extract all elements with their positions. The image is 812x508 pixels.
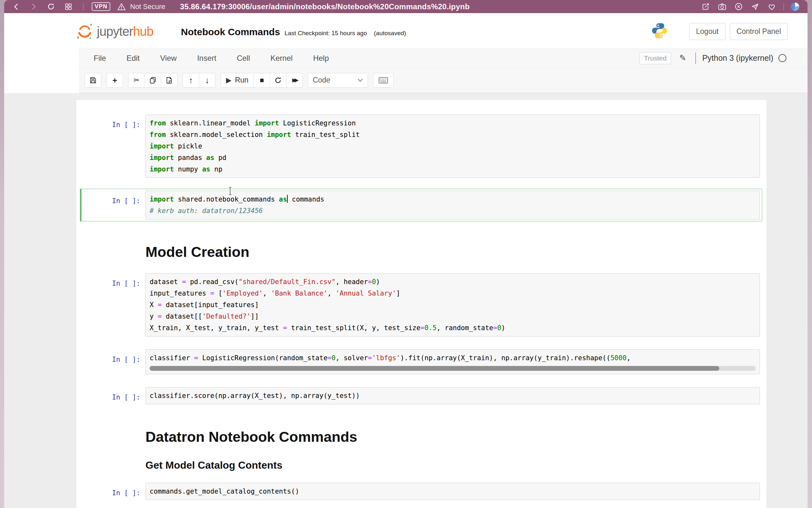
arrow-down-icon: ↓ [205, 76, 209, 84]
menu-items: FileEditViewInsertCellKernelHelp [79, 54, 329, 63]
menu-help[interactable]: Help [313, 54, 329, 63]
kernel-divider [695, 52, 696, 64]
restart-run-all-button[interactable]: ▶▶ [286, 73, 303, 88]
code-input[interactable]: import shared.notebook_commands as comma… [145, 190, 760, 219]
kernel-name[interactable]: Python 3 (ipykernel) [702, 53, 773, 63]
cell-type-select[interactable]: Code [308, 73, 368, 88]
left-margin [4, 49, 79, 93]
autosave-status: (autosaved) [374, 30, 406, 37]
close-circle-icon[interactable] [735, 3, 743, 10]
trusted-badge[interactable]: Trusted [639, 52, 671, 64]
tab-grid-icon[interactable] [64, 3, 72, 10]
browser-window: VPN Not Secure 35.86.64.179:30006/user/a… [4, 0, 808, 508]
restart-kernel-button[interactable] [270, 73, 286, 88]
logout-button[interactable]: Logout [689, 23, 725, 40]
menu-insert[interactable]: Insert [197, 54, 217, 63]
menu-edit[interactable]: Edit [127, 54, 140, 63]
run-button[interactable]: ▶Run [221, 73, 254, 88]
warning-icon [117, 3, 126, 10]
menu-file[interactable]: File [94, 54, 106, 63]
notebook-header: jupyterhub Notebook Commands Last Checkp… [4, 13, 808, 49]
share-icon[interactable] [702, 3, 710, 10]
paste-icon [165, 77, 173, 84]
run-label: Run [235, 76, 248, 84]
text-cursor-pointer [228, 186, 232, 196]
code-cell[interactable]: In [ ]:commands.get_model_catalog_conten… [80, 481, 762, 502]
copy-button[interactable] [144, 73, 161, 88]
profile-avatar[interactable] [791, 3, 799, 11]
floppy-icon [89, 77, 97, 84]
stop-icon: ■ [259, 77, 264, 84]
notebook-body: In [ ]:from sklearn.linear_model import … [4, 93, 808, 508]
chrome-divider-right [783, 3, 784, 10]
play-icon: ▶ [226, 77, 232, 84]
cut-button[interactable]: ✂ [128, 73, 145, 88]
jupyterhub-logo[interactable]: jupyterhub [76, 23, 153, 40]
camera-icon[interactable] [718, 3, 726, 10]
notebook-title[interactable]: Notebook Commands [181, 27, 280, 37]
horizontal-scrollbar[interactable] [150, 366, 756, 371]
code-cell-selected[interactable]: In [ ]:import shared.notebook_commands a… [80, 189, 762, 221]
scrollbar-thumb[interactable] [150, 366, 719, 371]
code-cell[interactable]: In [ ]:classifier = LogisticRegression(r… [80, 347, 762, 376]
control-panel-button[interactable]: Control Panel [730, 23, 788, 40]
menu-view[interactable]: View [160, 54, 177, 63]
heart-icon[interactable] [768, 3, 776, 10]
code-input[interactable]: classifier = LogisticRegression(random_s… [145, 349, 760, 374]
code-input[interactable]: commands.get_model_catalog_contents() [145, 483, 760, 500]
cell-prompt: In [ ]: [82, 483, 145, 500]
vpn-badge[interactable]: VPN [92, 2, 110, 11]
arrow-up-icon: ↑ [189, 76, 193, 84]
security-label[interactable]: Not Secure [130, 3, 165, 11]
plus-icon: + [112, 76, 117, 84]
move-cell-down-button[interactable]: ↓ [199, 73, 216, 88]
keyboard-icon [379, 77, 388, 84]
cell-prompt: In [ ]: [82, 349, 145, 374]
restart-icon [274, 77, 282, 84]
checkpoint-status: Last Checkpoint: 15 hours ago [285, 30, 367, 37]
forward-icon[interactable] [30, 3, 37, 10]
cell-prompt: In [ ]: [82, 273, 145, 337]
logo-text: jupyterhub [97, 24, 153, 39]
code-input[interactable]: from sklearn.linear_model import Logisti… [145, 115, 760, 178]
address-bar-url[interactable]: 35.86.64.179:30006/user/admin/notebooks/… [180, 2, 470, 11]
save-button[interactable] [85, 73, 101, 88]
notebook-toolbar: + ✂ ↑ ↓ ▶Run ■ ▶▶ Code [79, 67, 808, 93]
add-cell-button[interactable]: + [106, 73, 123, 88]
jupyter-logo-icon [76, 23, 94, 40]
scissors-icon: ✂ [134, 77, 139, 84]
reload-icon[interactable] [47, 3, 55, 10]
code-input[interactable]: classifier.score(np.array(X_test), np.ar… [145, 387, 760, 405]
chrome-divider [83, 3, 84, 10]
command-palette-button[interactable] [373, 73, 393, 88]
edit-title-icon[interactable]: ✎ [679, 53, 686, 63]
markdown-heading: Model Creation [145, 244, 767, 260]
code-cell[interactable]: In [ ]:classifier.score(np.array(X_test)… [80, 385, 762, 406]
interrupt-kernel-button[interactable]: ■ [253, 73, 270, 88]
cell-prompt: In [ ]: [82, 387, 145, 405]
markdown-heading: Datatron Notebook Commands [145, 429, 767, 445]
python-logo-icon [651, 22, 668, 41]
code-cell[interactable]: In [ ]:dataset = pd.read_csv("shared/Def… [80, 271, 762, 338]
markdown-heading: Get Model Catalog Contents [145, 459, 767, 471]
copy-icon [149, 77, 157, 84]
menubar: FileEditViewInsertCellKernelHelp Trusted… [79, 49, 808, 67]
code-input[interactable]: dataset = pd.read_csv("shared/Default_Fi… [145, 273, 760, 337]
send-icon[interactable] [751, 3, 759, 10]
kernel-idle-icon [778, 54, 786, 62]
fast-forward-icon: ▶▶ [292, 77, 297, 83]
cell-prompt: In [ ]: [82, 190, 145, 219]
notebook-cells: In [ ]:from sklearn.linear_model import … [76, 99, 767, 508]
chevron-down-icon [357, 78, 363, 82]
cell-prompt: In [ ]: [82, 115, 145, 178]
code-cell[interactable]: In [ ]:from sklearn.linear_model import … [80, 113, 762, 180]
browser-toolbar: VPN Not Secure 35.86.64.179:30006/user/a… [4, 0, 808, 13]
paste-button[interactable] [161, 73, 178, 88]
move-cell-up-button[interactable]: ↑ [183, 73, 199, 88]
back-icon[interactable] [12, 3, 20, 10]
cell-type-value: Code [313, 76, 330, 84]
menu-cell[interactable]: Cell [237, 54, 250, 63]
menu-kernel[interactable]: Kernel [271, 54, 292, 63]
